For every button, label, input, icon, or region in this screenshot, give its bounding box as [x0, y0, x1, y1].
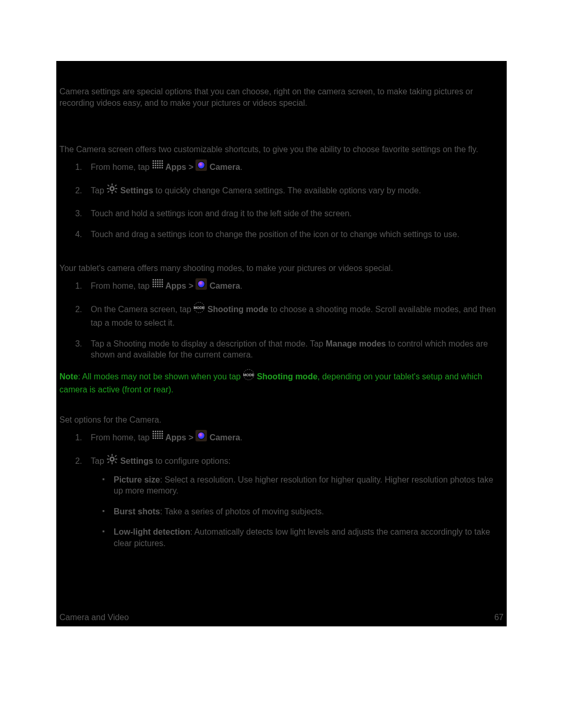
camera-label: Camera — [207, 281, 240, 290]
footer-section-title: Camera and Video — [59, 612, 129, 623]
apps-label: Apps > — [163, 433, 195, 442]
note-paragraph: Note: All modes may not be shown when yo… — [59, 370, 504, 396]
list-item: From home, tap Apps > Camera. — [84, 279, 504, 294]
text: Tap a Shooting mode to display a descrip… — [91, 339, 326, 348]
settings-label: Settings — [118, 186, 153, 195]
list-item: Tap Settings to quickly change Camera se… — [84, 184, 504, 199]
list-item: Touch and hold a settings icon and drag … — [84, 208, 504, 219]
option-label: Picture size — [114, 475, 160, 484]
text: From home, tap — [91, 281, 152, 290]
settings-steps: From home, tap Apps > Camera. Tap Settin… — [59, 431, 504, 549]
text: . — [240, 163, 242, 171]
shortcuts-steps: From home, tap Apps > Camera. Tap Settin… — [59, 161, 504, 240]
list-item: From home, tap Apps > Camera. — [84, 161, 504, 175]
shortcuts-lead: The Camera screen offers two customizabl… — [59, 144, 504, 155]
shooting-lead: Your tablet's camera offers many shootin… — [59, 263, 504, 274]
text: : Select a resolution. Use higher resolu… — [114, 475, 493, 496]
text: From home, tap — [91, 433, 152, 442]
text: Tap — [91, 456, 106, 465]
list-item: Picture size: Select a resolution. Use h… — [102, 474, 504, 497]
gear-icon — [106, 453, 118, 468]
list-item: Low-light detection: Automatically detec… — [102, 526, 504, 549]
document-page: Camera Options Camera settings are speci… — [56, 61, 507, 626]
list-item: Touch and drag a settings icon to change… — [84, 229, 504, 240]
apps-icon — [152, 278, 163, 293]
text: . — [240, 433, 242, 442]
option-label: Low-light detection — [114, 527, 190, 536]
gear-icon — [106, 183, 118, 198]
apps-label: Apps > — [163, 163, 195, 171]
camera-label: Camera — [207, 433, 240, 442]
shooting-mode-label: Shooting mode — [205, 305, 268, 314]
shooting-steps: From home, tap Apps > Camera. On the Cam… — [59, 279, 504, 361]
settings-lead: Set options for the Camera. — [59, 414, 504, 426]
footer-page-number: 67 — [494, 612, 504, 623]
text: . — [240, 281, 242, 290]
option-label: Burst shots — [114, 507, 160, 516]
camera-icon — [195, 278, 207, 293]
apps-icon — [152, 430, 163, 445]
camera-icon — [195, 430, 207, 445]
heading-camera-settings: Camera Settings — [59, 401, 504, 411]
heading-shooting-mode: Shooting Mode — [59, 249, 504, 260]
apps-label: Apps > — [163, 281, 195, 290]
list-item: Tap a Shooting mode to display a descrip… — [84, 338, 504, 361]
mode-icon — [243, 369, 254, 384]
list-item: From home, tap Apps > Camera. — [84, 431, 504, 446]
settings-label: Settings — [118, 456, 153, 465]
list-item: Burst shots: Take a series of photos of … — [102, 506, 504, 517]
settings-options-list: Picture size: Select a resolution. Use h… — [91, 474, 504, 549]
text: On the Camera screen, tap — [91, 305, 193, 314]
text: to configure options: — [153, 456, 231, 465]
mode-icon — [193, 302, 205, 316]
intro-paragraph: Camera settings are special options that… — [59, 86, 504, 108]
note-label: Note — [59, 372, 78, 381]
page-footer: Camera and Video 67 — [59, 612, 504, 623]
camera-label: Camera — [207, 163, 240, 171]
apps-icon — [152, 159, 163, 174]
shooting-mode-label: Shooting mode — [254, 372, 317, 381]
text: : All modes may not be shown when you ta… — [78, 372, 243, 381]
text: From home, tap — [91, 163, 152, 171]
list-item: Tap Settings to configure options: Pictu… — [84, 454, 504, 549]
heading-camera-options: Camera Options — [59, 71, 504, 83]
text: : Take a series of photos of moving subj… — [160, 507, 324, 516]
text: Tap — [91, 186, 106, 195]
camera-icon — [195, 159, 207, 174]
heading-shortcuts: Customizable Shortcuts — [59, 130, 504, 141]
text: to quickly change Camera settings. The a… — [153, 186, 421, 195]
manage-modes-label: Manage modes — [326, 339, 386, 348]
list-item: On the Camera screen, tap Shooting mode … — [84, 303, 504, 328]
